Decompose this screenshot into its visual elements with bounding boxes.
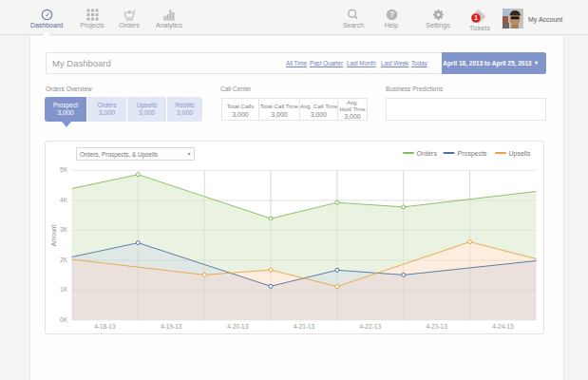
svg-text:4-21-13: 4-21-13 — [294, 323, 315, 330]
svg-text:0K: 0K — [60, 316, 68, 323]
svg-text:4-22-13: 4-22-13 — [360, 323, 382, 330]
svg-text:4-20-13: 4-20-13 — [227, 323, 249, 330]
svg-text:Upsells: Upsells — [509, 150, 531, 158]
svg-text:4-18-13: 4-18-13 — [94, 323, 116, 330]
svg-text:?: ? — [389, 10, 393, 19]
svg-text:4-19-13: 4-19-13 — [161, 323, 182, 330]
svg-text:4-24-13: 4-24-13 — [492, 323, 514, 330]
svg-text:▾: ▾ — [188, 151, 191, 157]
svg-text:3K: 3K — [60, 226, 68, 233]
svg-text:4-23-13: 4-23-13 — [426, 323, 447, 330]
svg-text:2K: 2K — [60, 256, 68, 263]
svg-text:4K: 4K — [60, 197, 68, 203]
svg-text:Orders: Orders — [417, 150, 438, 157]
svg-text:Orders, Prospects, & Upsells: Orders, Prospects, & Upsells — [80, 151, 158, 159]
svg-text:1K: 1K — [60, 286, 68, 293]
svg-text:5K: 5K — [60, 166, 68, 173]
svg-text:Prospects: Prospects — [458, 150, 488, 158]
svg-text:Amount: Amount — [50, 225, 57, 247]
svg-text:1: 1 — [474, 14, 478, 21]
